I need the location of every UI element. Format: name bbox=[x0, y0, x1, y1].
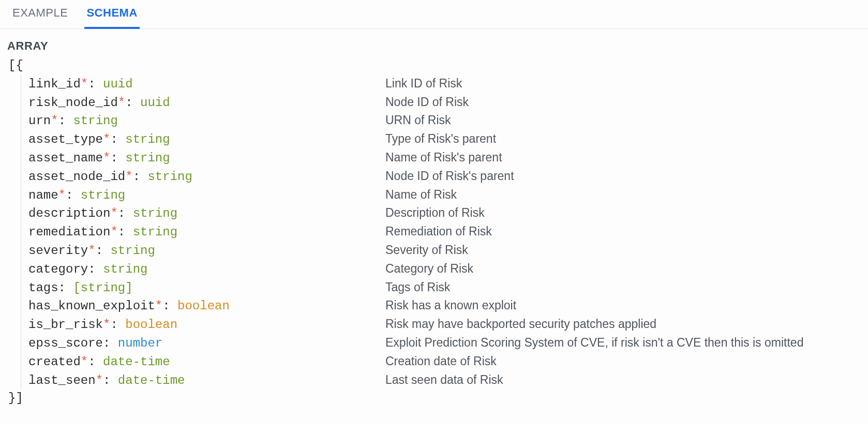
colon: : bbox=[58, 281, 73, 295]
field-name: severity bbox=[28, 244, 88, 258]
field-description: Node ID of Risk bbox=[385, 94, 469, 111]
colon: : bbox=[118, 206, 133, 220]
field-name: created bbox=[28, 355, 81, 369]
field-description: Name of Risk's parent bbox=[385, 149, 502, 166]
required-marker: * bbox=[103, 151, 110, 165]
field-description: Risk may have backported security patche… bbox=[385, 316, 656, 333]
field-name: is_br_risk bbox=[28, 318, 103, 332]
field-row: asset_type*: stringType of Risk's parent bbox=[21, 130, 861, 149]
required-marker: * bbox=[110, 225, 117, 239]
field-type: string bbox=[133, 206, 177, 220]
field-type: date-time bbox=[103, 355, 170, 369]
field-name: asset_name bbox=[28, 151, 103, 165]
field-name: category bbox=[28, 262, 88, 276]
field-name: link_id bbox=[28, 77, 81, 91]
field-row: created*: date-timeCreation date of Risk bbox=[21, 353, 861, 371]
colon: : bbox=[103, 336, 118, 350]
schema-body: ARRAY [{ link_id*: uuidLink ID of Riskri… bbox=[0, 29, 868, 423]
field-description: Last seen data of Risk bbox=[385, 371, 503, 389]
field-name: last_seen bbox=[28, 374, 96, 387]
field-type: string bbox=[147, 170, 192, 184]
field-name: asset_node_id bbox=[28, 170, 125, 184]
colon: : bbox=[58, 114, 73, 128]
required-marker: * bbox=[96, 374, 103, 387]
field-definition: asset_type*: string bbox=[28, 131, 385, 149]
field-type: [string] bbox=[73, 281, 132, 295]
field-definition: category: string bbox=[28, 261, 385, 279]
field-name: description bbox=[28, 206, 110, 220]
field-definition: severity*: string bbox=[28, 242, 385, 260]
field-description: Link ID of Risk bbox=[385, 75, 462, 92]
colon: : bbox=[118, 225, 133, 239]
field-description: Creation date of Risk bbox=[385, 353, 497, 370]
field-row: tags: [string]Tags of Risk bbox=[21, 279, 861, 297]
colon: : bbox=[110, 151, 125, 165]
field-definition: name*: string bbox=[28, 187, 385, 205]
field-type: date-time bbox=[118, 374, 185, 387]
colon: : bbox=[88, 355, 103, 369]
field-definition: has_known_exploit*: boolean bbox=[28, 297, 385, 316]
field-definition: description*: string bbox=[28, 205, 385, 223]
required-marker: * bbox=[110, 206, 117, 220]
tab-example[interactable]: EXAMPLE bbox=[10, 0, 70, 29]
schema-block: [{ link_id*: uuidLink ID of Riskrisk_nod… bbox=[7, 57, 861, 408]
field-type: string bbox=[125, 132, 170, 146]
field-definition: created*: date-time bbox=[28, 353, 385, 371]
field-type: string bbox=[81, 188, 125, 202]
field-type: boolean bbox=[125, 318, 177, 332]
field-name: epss_score bbox=[28, 336, 103, 350]
field-list: link_id*: uuidLink ID of Riskrisk_node_i… bbox=[21, 75, 861, 390]
required-marker: * bbox=[58, 188, 66, 202]
field-type: string bbox=[110, 244, 155, 258]
root-type-label: ARRAY bbox=[7, 39, 861, 53]
colon: : bbox=[88, 77, 103, 91]
field-row: asset_name*: stringName of Risk's parent bbox=[21, 149, 861, 168]
field-description: Description of Risk bbox=[385, 204, 485, 221]
required-marker: * bbox=[155, 299, 162, 313]
close-bracket: }] bbox=[8, 390, 861, 408]
field-type: string bbox=[125, 151, 170, 165]
field-description: Remediation of Risk bbox=[385, 223, 492, 240]
field-definition: risk_node_id*: uuid bbox=[28, 94, 385, 112]
field-type: string bbox=[133, 225, 177, 239]
colon: : bbox=[125, 96, 140, 110]
field-row: last_seen*: date-timeLast seen data of R… bbox=[21, 371, 861, 390]
field-row: severity*: stringSeverity of Risk bbox=[21, 242, 861, 260]
field-row: category: stringCategory of Risk bbox=[21, 260, 861, 279]
colon: : bbox=[96, 244, 111, 258]
field-description: Tags of Risk bbox=[385, 279, 450, 296]
required-marker: * bbox=[125, 170, 132, 184]
colon: : bbox=[66, 188, 81, 202]
field-description: Type of Risk's parent bbox=[385, 130, 496, 147]
required-marker: * bbox=[118, 96, 125, 110]
field-row: name*: stringName of Risk bbox=[21, 186, 861, 205]
field-type: number bbox=[118, 336, 162, 350]
field-name: asset_type bbox=[28, 132, 103, 146]
field-description: Category of Risk bbox=[385, 260, 473, 277]
field-definition: urn*: string bbox=[28, 112, 385, 130]
field-description: Name of Risk bbox=[385, 186, 457, 203]
colon: : bbox=[103, 374, 118, 387]
field-definition: asset_name*: string bbox=[28, 150, 385, 168]
colon: : bbox=[110, 132, 125, 146]
field-row: risk_node_id*: uuidNode ID of Risk bbox=[21, 94, 861, 112]
field-definition: asset_node_id*: string bbox=[28, 168, 385, 186]
field-description: Risk has a known exploit bbox=[385, 297, 516, 314]
field-row: link_id*: uuidLink ID of Risk bbox=[21, 75, 861, 94]
tab-schema[interactable]: SCHEMA bbox=[84, 0, 139, 29]
field-row: has_known_exploit*: booleanRisk has a kn… bbox=[21, 297, 861, 316]
field-name: has_known_exploit bbox=[28, 299, 155, 313]
open-bracket: [{ bbox=[8, 57, 861, 75]
required-marker: * bbox=[88, 244, 95, 258]
field-row: remediation*: stringRemediation of Risk bbox=[21, 223, 861, 242]
required-marker: * bbox=[103, 318, 110, 332]
required-marker: * bbox=[51, 114, 58, 128]
field-definition: is_br_risk*: boolean bbox=[28, 316, 385, 334]
field-name: risk_node_id bbox=[28, 96, 118, 110]
colon: : bbox=[88, 262, 103, 276]
field-name: remediation bbox=[28, 225, 110, 239]
schema-view: EXAMPLE SCHEMA ARRAY [{ link_id*: uuidLi… bbox=[0, 0, 868, 423]
field-definition: link_id*: uuid bbox=[28, 76, 385, 94]
field-name: name bbox=[28, 188, 58, 202]
field-description: Severity of Risk bbox=[385, 242, 468, 259]
